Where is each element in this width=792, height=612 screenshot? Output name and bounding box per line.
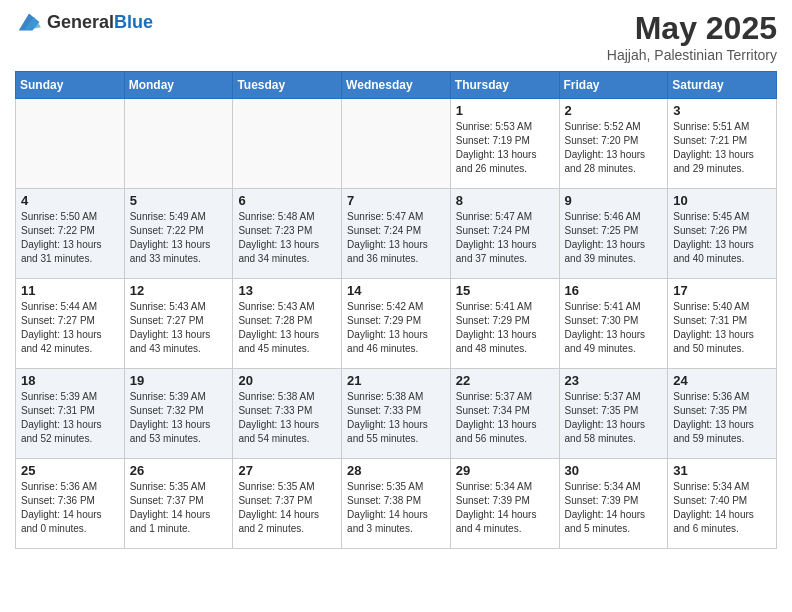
day-number: 15	[456, 283, 554, 298]
weekday-header-cell: Thursday	[450, 72, 559, 99]
day-info: Sunrise: 5:43 AM Sunset: 7:28 PM Dayligh…	[238, 300, 336, 356]
calendar-day-cell: 27Sunrise: 5:35 AM Sunset: 7:37 PM Dayli…	[233, 459, 342, 549]
calendar-day-cell: 23Sunrise: 5:37 AM Sunset: 7:35 PM Dayli…	[559, 369, 668, 459]
day-info: Sunrise: 5:45 AM Sunset: 7:26 PM Dayligh…	[673, 210, 771, 266]
day-info: Sunrise: 5:38 AM Sunset: 7:33 PM Dayligh…	[347, 390, 445, 446]
calendar-day-cell: 31Sunrise: 5:34 AM Sunset: 7:40 PM Dayli…	[668, 459, 777, 549]
logo-blue: Blue	[114, 12, 153, 32]
weekday-header-cell: Saturday	[668, 72, 777, 99]
calendar-day-cell: 3Sunrise: 5:51 AM Sunset: 7:21 PM Daylig…	[668, 99, 777, 189]
calendar-day-cell: 2Sunrise: 5:52 AM Sunset: 7:20 PM Daylig…	[559, 99, 668, 189]
weekday-header-cell: Friday	[559, 72, 668, 99]
calendar-week-row: 18Sunrise: 5:39 AM Sunset: 7:31 PM Dayli…	[16, 369, 777, 459]
day-number: 20	[238, 373, 336, 388]
calendar-day-cell: 28Sunrise: 5:35 AM Sunset: 7:38 PM Dayli…	[342, 459, 451, 549]
day-number: 7	[347, 193, 445, 208]
calendar-day-cell: 26Sunrise: 5:35 AM Sunset: 7:37 PM Dayli…	[124, 459, 233, 549]
calendar-day-cell: 13Sunrise: 5:43 AM Sunset: 7:28 PM Dayli…	[233, 279, 342, 369]
location-subtitle: Hajjah, Palestinian Territory	[607, 47, 777, 63]
calendar-day-cell: 4Sunrise: 5:50 AM Sunset: 7:22 PM Daylig…	[16, 189, 125, 279]
calendar-day-cell: 20Sunrise: 5:38 AM Sunset: 7:33 PM Dayli…	[233, 369, 342, 459]
weekday-header-cell: Monday	[124, 72, 233, 99]
day-info: Sunrise: 5:46 AM Sunset: 7:25 PM Dayligh…	[565, 210, 663, 266]
day-info: Sunrise: 5:39 AM Sunset: 7:31 PM Dayligh…	[21, 390, 119, 446]
calendar-day-cell: 9Sunrise: 5:46 AM Sunset: 7:25 PM Daylig…	[559, 189, 668, 279]
weekday-header-cell: Tuesday	[233, 72, 342, 99]
calendar-week-row: 1Sunrise: 5:53 AM Sunset: 7:19 PM Daylig…	[16, 99, 777, 189]
day-number: 17	[673, 283, 771, 298]
day-number: 28	[347, 463, 445, 478]
calendar-day-cell: 7Sunrise: 5:47 AM Sunset: 7:24 PM Daylig…	[342, 189, 451, 279]
day-number: 12	[130, 283, 228, 298]
day-info: Sunrise: 5:35 AM Sunset: 7:37 PM Dayligh…	[130, 480, 228, 536]
calendar-day-cell: 1Sunrise: 5:53 AM Sunset: 7:19 PM Daylig…	[450, 99, 559, 189]
day-info: Sunrise: 5:50 AM Sunset: 7:22 PM Dayligh…	[21, 210, 119, 266]
calendar-day-cell: 30Sunrise: 5:34 AM Sunset: 7:39 PM Dayli…	[559, 459, 668, 549]
day-number: 9	[565, 193, 663, 208]
day-info: Sunrise: 5:37 AM Sunset: 7:34 PM Dayligh…	[456, 390, 554, 446]
calendar-day-cell	[16, 99, 125, 189]
day-info: Sunrise: 5:53 AM Sunset: 7:19 PM Dayligh…	[456, 120, 554, 176]
day-info: Sunrise: 5:39 AM Sunset: 7:32 PM Dayligh…	[130, 390, 228, 446]
day-number: 21	[347, 373, 445, 388]
day-number: 13	[238, 283, 336, 298]
day-info: Sunrise: 5:37 AM Sunset: 7:35 PM Dayligh…	[565, 390, 663, 446]
calendar-day-cell: 6Sunrise: 5:48 AM Sunset: 7:23 PM Daylig…	[233, 189, 342, 279]
calendar-day-cell: 25Sunrise: 5:36 AM Sunset: 7:36 PM Dayli…	[16, 459, 125, 549]
calendar-day-cell: 11Sunrise: 5:44 AM Sunset: 7:27 PM Dayli…	[16, 279, 125, 369]
calendar-day-cell: 14Sunrise: 5:42 AM Sunset: 7:29 PM Dayli…	[342, 279, 451, 369]
day-number: 22	[456, 373, 554, 388]
day-number: 10	[673, 193, 771, 208]
calendar-body: 1Sunrise: 5:53 AM Sunset: 7:19 PM Daylig…	[16, 99, 777, 549]
calendar-day-cell	[124, 99, 233, 189]
calendar-day-cell: 5Sunrise: 5:49 AM Sunset: 7:22 PM Daylig…	[124, 189, 233, 279]
day-number: 30	[565, 463, 663, 478]
calendar-day-cell: 18Sunrise: 5:39 AM Sunset: 7:31 PM Dayli…	[16, 369, 125, 459]
day-number: 4	[21, 193, 119, 208]
day-number: 8	[456, 193, 554, 208]
logo: GeneralBlue	[15, 10, 153, 34]
calendar-day-cell	[342, 99, 451, 189]
day-info: Sunrise: 5:44 AM Sunset: 7:27 PM Dayligh…	[21, 300, 119, 356]
calendar-day-cell: 17Sunrise: 5:40 AM Sunset: 7:31 PM Dayli…	[668, 279, 777, 369]
calendar-day-cell: 19Sunrise: 5:39 AM Sunset: 7:32 PM Dayli…	[124, 369, 233, 459]
day-info: Sunrise: 5:41 AM Sunset: 7:30 PM Dayligh…	[565, 300, 663, 356]
logo-icon	[15, 10, 43, 34]
calendar-day-cell: 22Sunrise: 5:37 AM Sunset: 7:34 PM Dayli…	[450, 369, 559, 459]
calendar-day-cell: 8Sunrise: 5:47 AM Sunset: 7:24 PM Daylig…	[450, 189, 559, 279]
day-info: Sunrise: 5:47 AM Sunset: 7:24 PM Dayligh…	[456, 210, 554, 266]
day-info: Sunrise: 5:43 AM Sunset: 7:27 PM Dayligh…	[130, 300, 228, 356]
day-info: Sunrise: 5:34 AM Sunset: 7:40 PM Dayligh…	[673, 480, 771, 536]
day-number: 18	[21, 373, 119, 388]
calendar-week-row: 25Sunrise: 5:36 AM Sunset: 7:36 PM Dayli…	[16, 459, 777, 549]
day-number: 6	[238, 193, 336, 208]
month-year-title: May 2025	[607, 10, 777, 47]
day-number: 5	[130, 193, 228, 208]
day-number: 31	[673, 463, 771, 478]
day-number: 29	[456, 463, 554, 478]
calendar-day-cell: 10Sunrise: 5:45 AM Sunset: 7:26 PM Dayli…	[668, 189, 777, 279]
calendar-day-cell: 12Sunrise: 5:43 AM Sunset: 7:27 PM Dayli…	[124, 279, 233, 369]
day-info: Sunrise: 5:35 AM Sunset: 7:38 PM Dayligh…	[347, 480, 445, 536]
calendar-table: SundayMondayTuesdayWednesdayThursdayFrid…	[15, 71, 777, 549]
day-info: Sunrise: 5:36 AM Sunset: 7:36 PM Dayligh…	[21, 480, 119, 536]
title-block: May 2025 Hajjah, Palestinian Territory	[607, 10, 777, 63]
day-number: 16	[565, 283, 663, 298]
day-number: 23	[565, 373, 663, 388]
day-number: 3	[673, 103, 771, 118]
calendar-week-row: 4Sunrise: 5:50 AM Sunset: 7:22 PM Daylig…	[16, 189, 777, 279]
day-info: Sunrise: 5:35 AM Sunset: 7:37 PM Dayligh…	[238, 480, 336, 536]
day-number: 1	[456, 103, 554, 118]
day-number: 11	[21, 283, 119, 298]
calendar-day-cell: 16Sunrise: 5:41 AM Sunset: 7:30 PM Dayli…	[559, 279, 668, 369]
calendar-week-row: 11Sunrise: 5:44 AM Sunset: 7:27 PM Dayli…	[16, 279, 777, 369]
day-info: Sunrise: 5:41 AM Sunset: 7:29 PM Dayligh…	[456, 300, 554, 356]
day-number: 2	[565, 103, 663, 118]
day-info: Sunrise: 5:49 AM Sunset: 7:22 PM Dayligh…	[130, 210, 228, 266]
calendar-day-cell: 29Sunrise: 5:34 AM Sunset: 7:39 PM Dayli…	[450, 459, 559, 549]
day-number: 14	[347, 283, 445, 298]
weekday-header-cell: Sunday	[16, 72, 125, 99]
day-number: 24	[673, 373, 771, 388]
day-info: Sunrise: 5:34 AM Sunset: 7:39 PM Dayligh…	[565, 480, 663, 536]
day-info: Sunrise: 5:40 AM Sunset: 7:31 PM Dayligh…	[673, 300, 771, 356]
